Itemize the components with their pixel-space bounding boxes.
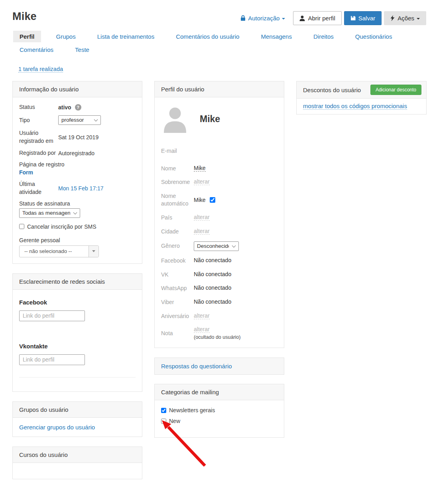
questionnaire-answers-link[interactable]: Respostas do questionário [161, 363, 232, 370]
country-label: País [161, 214, 194, 222]
save-label-top: Salvar [358, 15, 376, 22]
personal-manager-value: -- não selecionado -- [20, 246, 89, 257]
subscription-row: Status de assinatura Todas as mensagens [19, 200, 136, 218]
note-edit-link[interactable]: alterar [194, 326, 210, 333]
last-name-edit-link[interactable]: alterar [194, 178, 210, 185]
viber-status-row: Viber Não conectado [161, 298, 278, 306]
lightning-icon [390, 15, 395, 21]
task-row: 1 tarefa realizada [18, 66, 433, 72]
tab-perfil[interactable]: Perfil [13, 31, 41, 42]
viber-status-value: Não conectado [194, 298, 231, 305]
tab-row-1: Perfil Grupos Lista de treinamentos Come… [13, 31, 433, 42]
social-networks-title: Esclarecimento de redes sociais [13, 274, 142, 290]
mailing-item-new: New [161, 418, 278, 424]
registration-page-row: Página de registro Form [19, 161, 136, 176]
help-icon[interactable]: ? [75, 104, 81, 111]
email-row: E-mail [161, 147, 278, 155]
tab-direitos[interactable]: Direitos [307, 31, 340, 42]
page-title: Mike [12, 10, 37, 23]
last-name-label: Sobrenome [161, 178, 194, 186]
avatar [161, 105, 189, 133]
save-icon [350, 16, 356, 21]
registration-page-label: Página de registro [19, 161, 136, 168]
registered-by-row: Registrado por Autoregistrado [19, 149, 136, 157]
first-name-edit-link[interactable]: Mike [194, 165, 206, 172]
mailing-categories-title: Categorias de mailing [155, 384, 284, 400]
type-select[interactable]: professor [58, 115, 101, 125]
subscription-select[interactable]: Todas as mensagens [19, 208, 80, 218]
social-networks-panel: Esclarecimento de redes sociais Facebook… [12, 273, 142, 392]
last-activity-label: Última atividade [19, 180, 58, 196]
subscription-label: Status de assinatura [19, 200, 136, 207]
mailing-item-newsletters: Newsletters gerais [161, 407, 278, 413]
new-label: New [169, 418, 180, 424]
personal-manager-row: Gerente pessoal -- não selecionado -- [19, 237, 136, 257]
country-edit-link[interactable]: alterar [194, 214, 210, 221]
auto-name-checkbox[interactable] [210, 197, 215, 203]
newsletters-label: Newsletters gerais [169, 407, 215, 413]
note-row: Nota alterar (ocultado do usuário) [161, 326, 278, 340]
first-name-label: Nome [161, 165, 194, 173]
content-columns: Informação do usuário Status ativo ? Tip… [12, 81, 433, 489]
manage-groups-link[interactable]: Gerenciar grupos do usuário [19, 424, 95, 431]
tab-grupos[interactable]: Grupos [50, 31, 82, 42]
city-label: Cidade [161, 228, 194, 236]
sms-unsubscribe-checkbox[interactable] [19, 224, 24, 229]
user-profile-page: Mike Autorização Abrir perfil Salvar Açõ… [0, 0, 433, 504]
user-discounts-title: Descontos do usuário [303, 87, 361, 93]
user-info-panel: Informação do usuário Status ativo ? Tip… [12, 81, 142, 264]
actions-label: Ações [398, 15, 414, 22]
whatsapp-status-value: Não conectado [194, 285, 231, 291]
auto-name-row: Nome automático Mike [161, 192, 278, 208]
top-bar: Mike Autorização Abrir perfil Salvar Açõ… [0, 0, 433, 25]
open-profile-button[interactable]: Abrir perfil [293, 11, 341, 25]
last-activity-link[interactable]: Mon 15 Feb 17:17 [58, 185, 104, 192]
tab-teste[interactable]: Teste [69, 44, 96, 55]
authorization-menu[interactable]: Autorização [240, 15, 285, 22]
facebook-link-input[interactable] [19, 310, 85, 321]
add-discount-button[interactable]: Adicionar desconto [370, 85, 421, 95]
gender-select[interactable]: Desconhecido [194, 241, 239, 251]
registration-page-link[interactable]: Form [19, 169, 33, 176]
vk-status-value: Não conectado [194, 271, 231, 277]
profile-top: Mike [161, 103, 278, 138]
open-profile-label: Abrir perfil [308, 15, 335, 22]
authorization-label: Autorização [248, 15, 279, 22]
birthday-label: Aniversário [161, 312, 194, 320]
gender-row: Gênero Desconhecido [161, 241, 278, 251]
tab-lista-treinamentos[interactable]: Lista de treinamentos [91, 31, 161, 42]
sms-unsubscribe-row: Cancelar inscrição por SMS [19, 223, 136, 230]
whatsapp-status-row: WhatsApp Não conectado [161, 285, 278, 293]
facebook-status-row: Facebook Não conectado [161, 257, 278, 265]
tab-questionarios[interactable]: Questionários [349, 31, 399, 42]
auto-name-label: Nome automático [161, 192, 194, 208]
note-label: Nota [161, 326, 194, 338]
user-courses-empty-body [13, 463, 142, 479]
show-promo-codes-link[interactable]: mostrar todos os códigos promocionais [303, 103, 407, 110]
user-groups-panel: Grupos do usuário Gerenciar grupos do us… [12, 401, 142, 437]
vk-status-row: VK Não conectado [161, 271, 278, 279]
user-groups-title: Grupos do usuário [13, 402, 142, 418]
registered-by-label: Registrado por [19, 149, 58, 157]
tab-mensagens[interactable]: Mensagens [254, 31, 298, 42]
facebook-field-label: Facebook [19, 299, 136, 306]
personal-manager-select[interactable]: -- não selecionado -- [19, 245, 99, 257]
lock-icon [240, 15, 246, 21]
city-edit-link[interactable]: alterar [194, 228, 210, 235]
tab-row-2: Comentários Teste [13, 44, 433, 55]
save-button-top[interactable]: Salvar [344, 11, 382, 25]
new-checkbox[interactable] [161, 419, 166, 424]
newsletters-checkbox[interactable] [161, 408, 166, 413]
tasks-done-link[interactable]: 1 tarefa realizada [18, 66, 63, 73]
vkontakte-link-input[interactable] [19, 354, 85, 365]
combo-arrow-button[interactable] [89, 246, 98, 257]
birthday-row: Aniversário alterar [161, 312, 278, 320]
triangle-down-icon [92, 250, 95, 252]
actions-button[interactable]: Ações [384, 11, 426, 25]
facebook-status-value: Não conectado [194, 257, 231, 263]
tab-comentarios[interactable]: Comentários [13, 44, 60, 55]
tab-comentarios-usuario[interactable]: Comentários do usuário [169, 31, 246, 42]
caret-down-icon [417, 18, 420, 20]
birthday-edit-link[interactable]: alterar [194, 312, 210, 319]
top-actions: Autorização Abrir perfil Salvar Ações [240, 11, 426, 25]
